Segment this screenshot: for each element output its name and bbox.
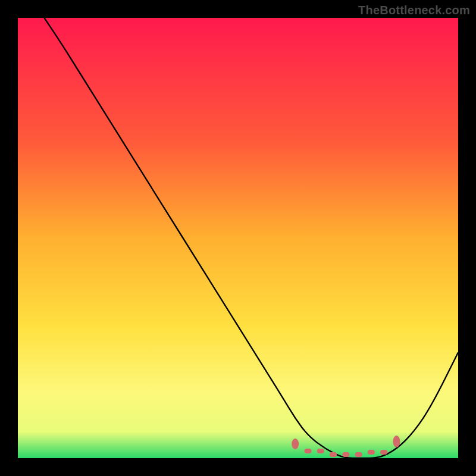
gradient-background [18, 18, 458, 458]
svg-rect-6 [368, 450, 375, 455]
svg-rect-1 [305, 449, 312, 453]
svg-rect-3 [330, 452, 337, 457]
svg-rect-4 [342, 452, 349, 457]
plot-area [18, 18, 458, 458]
chart-frame: TheBottleneck.com [0, 0, 476, 476]
watermark-text: TheBottleneck.com [358, 4, 470, 17]
svg-rect-0 [292, 439, 299, 449]
svg-rect-7 [380, 450, 387, 455]
svg-rect-2 [317, 449, 324, 453]
svg-rect-8 [393, 436, 400, 447]
svg-rect-5 [355, 452, 362, 457]
chart-svg [18, 18, 458, 458]
